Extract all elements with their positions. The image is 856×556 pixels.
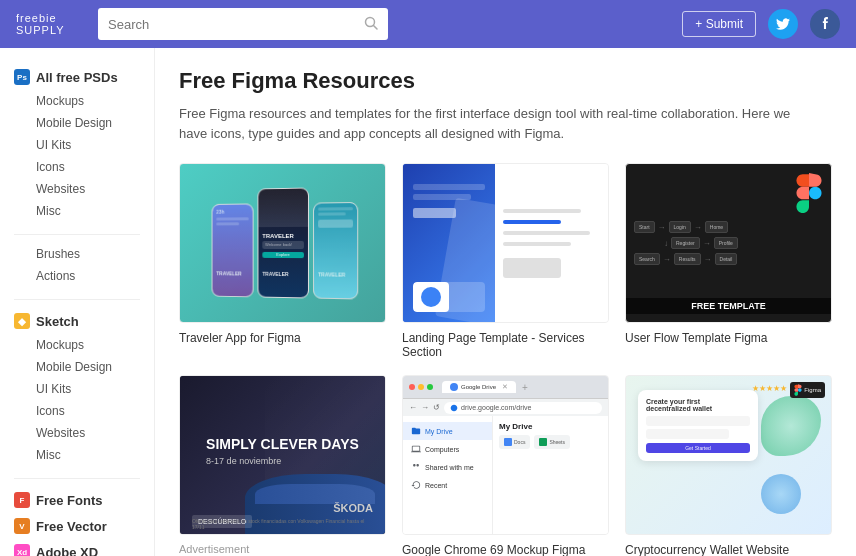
card-landing-title: Landing Page Template - Services Section bbox=[402, 331, 609, 359]
sidebar-category-fonts-label: Free Fonts bbox=[36, 493, 102, 508]
crypto-card-content: Create your firstdecentralized wallet Ge… bbox=[638, 390, 819, 461]
card-landing[interactable]: Landing Page Template - Services Section bbox=[402, 163, 609, 359]
chrome-sidebar-computers[interactable]: Computers bbox=[403, 440, 492, 458]
chrome-add-tab[interactable]: + bbox=[522, 382, 528, 393]
chrome-dot-yellow bbox=[418, 384, 424, 390]
sidebar-category-sketch[interactable]: ◆ Sketch bbox=[0, 308, 154, 334]
sidebar-section-psd: Ps All free PSDs Mockups Mobile Design U… bbox=[0, 64, 154, 222]
chrome-sidebar-shared[interactable]: Shared with me bbox=[403, 458, 492, 476]
rating-stars: ★★★★★ bbox=[752, 384, 787, 393]
twitter-button[interactable] bbox=[768, 9, 798, 39]
phone-left: 23h bbox=[211, 203, 253, 297]
phone-main: TRAVELER Welcome back! Explore bbox=[257, 187, 308, 298]
logo-line2: SUPPLY bbox=[16, 24, 86, 36]
sidebar-item-sketch-mockups[interactable]: Mockups bbox=[0, 334, 154, 356]
sidebar-category-vector-label: Free Vector bbox=[36, 519, 107, 534]
resource-grid-row2: Ad ✕ SIMPLY CLEVER DAYS 8-17 de noviembr… bbox=[179, 375, 832, 556]
sidebar-divider-2 bbox=[14, 299, 140, 300]
page-description: Free Figma resources and templates for t… bbox=[179, 104, 799, 143]
phone-mockup: 23h TRAVELER bbox=[211, 187, 358, 300]
vector-icon: V bbox=[14, 518, 30, 534]
sidebar-divider-1 bbox=[14, 234, 140, 235]
sidebar-item-actions[interactable]: Actions bbox=[0, 265, 154, 287]
chrome-dot-red bbox=[409, 384, 415, 390]
sidebar-category-psds-label: All free PSDs bbox=[36, 70, 118, 85]
sidebar-section-tools: Brushes Actions bbox=[0, 243, 154, 287]
facebook-button[interactable] bbox=[810, 9, 840, 39]
svg-line-1 bbox=[374, 25, 378, 29]
landing-left bbox=[403, 164, 495, 322]
resource-grid-row1: 23h TRAVELER bbox=[179, 163, 832, 359]
landing-inner bbox=[403, 164, 608, 322]
page-title: Free Figma Resources bbox=[179, 68, 832, 94]
landing-right bbox=[495, 164, 608, 322]
header: freebie SUPPLY + Submit bbox=[0, 0, 856, 48]
sidebar-item-sketch-uikits[interactable]: UI Kits bbox=[0, 378, 154, 400]
chrome-tab: Google Drive ✕ bbox=[442, 381, 516, 393]
sidebar-item-psd-mockups[interactable]: Mockups bbox=[0, 90, 154, 112]
card-crypto-title: Cryptocurrency Wallet Website bbox=[625, 543, 832, 556]
free-template-badge: FREE TEMPLATE bbox=[626, 298, 831, 314]
main-layout: Ps All free PSDs Mockups Mobile Design U… bbox=[0, 48, 856, 556]
chrome-url: drive.google.com/drive bbox=[461, 404, 596, 411]
sidebar-category-fonts[interactable]: F Free Fonts bbox=[0, 487, 154, 513]
sketch-icon: ◆ bbox=[14, 313, 30, 329]
xd-icon: Xd bbox=[14, 544, 30, 556]
card-traveler[interactable]: 23h TRAVELER bbox=[179, 163, 386, 359]
card-chrome-thumb: Google Drive ✕ + ← → ↺ drive.google.com bbox=[402, 375, 609, 535]
chrome-main-content: My Drive Docs Sheets bbox=[493, 416, 608, 534]
chrome-sidebar: My Drive Computers Shared with me bbox=[403, 416, 493, 534]
card-traveler-thumb: 23h TRAVELER bbox=[179, 163, 386, 323]
sidebar-category-sketch-label: Sketch bbox=[36, 314, 79, 329]
search-input[interactable] bbox=[108, 17, 356, 32]
logo-line1: freebie bbox=[16, 12, 86, 24]
ad-title: SIMPLY CLEVER DAYS bbox=[206, 436, 359, 453]
submit-button[interactable]: + Submit bbox=[682, 11, 756, 37]
chrome-sidebar-mydrive[interactable]: My Drive bbox=[403, 422, 492, 440]
sidebar: Ps All free PSDs Mockups Mobile Design U… bbox=[0, 48, 155, 556]
sidebar-category-xd-label: Adobe XD bbox=[36, 545, 98, 557]
search-bar[interactable] bbox=[98, 8, 388, 40]
ad-disclaimer: Oferta para vehículos en stock financiad… bbox=[180, 516, 385, 534]
sidebar-item-sketch-icons[interactable]: Icons bbox=[0, 400, 154, 422]
sidebar-item-sketch-websites[interactable]: Websites bbox=[0, 422, 154, 444]
chrome-sidebar-recent[interactable]: Recent bbox=[403, 476, 492, 494]
ps-icon: Ps bbox=[14, 69, 30, 85]
logo: freebie SUPPLY bbox=[16, 12, 86, 36]
phone-right bbox=[313, 202, 358, 300]
sidebar-category-psds[interactable]: Ps All free PSDs bbox=[0, 64, 154, 90]
card-crypto-thumb: Figma Create your firstdecentralized wal… bbox=[625, 375, 832, 535]
card-ad[interactable]: Ad ✕ SIMPLY CLEVER DAYS 8-17 de noviembr… bbox=[179, 375, 386, 556]
content-area: Free Figma Resources Free Figma resource… bbox=[155, 48, 856, 556]
sidebar-item-sketch-mobile[interactable]: Mobile Design bbox=[0, 356, 154, 378]
chrome-dot-green bbox=[427, 384, 433, 390]
blob-blue bbox=[761, 474, 801, 514]
card-chrome[interactable]: Google Drive ✕ + ← → ↺ drive.google.com bbox=[402, 375, 609, 556]
chrome-urlbar: ← → ↺ drive.google.com/drive bbox=[403, 398, 608, 416]
sidebar-item-sketch-misc[interactable]: Misc bbox=[0, 444, 154, 466]
search-icon bbox=[364, 16, 378, 33]
card-userflow[interactable]: Start → Login → Home ↓ Register → Profil… bbox=[625, 163, 832, 359]
sidebar-item-brushes[interactable]: Brushes bbox=[0, 243, 154, 265]
sidebar-section-sketch: ◆ Sketch Mockups Mobile Design UI Kits I… bbox=[0, 308, 154, 466]
chrome-topbar: Google Drive ✕ + bbox=[403, 376, 608, 398]
card-landing-thumb bbox=[402, 163, 609, 323]
sidebar-item-psd-icons[interactable]: Icons bbox=[0, 156, 154, 178]
sidebar-item-psd-mobile[interactable]: Mobile Design bbox=[0, 112, 154, 134]
sidebar-category-xd[interactable]: Xd Adobe XD bbox=[0, 539, 154, 556]
card-ad-thumb: Ad ✕ SIMPLY CLEVER DAYS 8-17 de noviembr… bbox=[179, 375, 386, 535]
sidebar-divider-3 bbox=[14, 478, 140, 479]
fonts-icon: F bbox=[14, 492, 30, 508]
chrome-browser: Google Drive ✕ + ← → ↺ drive.google.com bbox=[403, 376, 608, 534]
card-ad-title-text: Advertisement bbox=[179, 543, 386, 555]
sidebar-item-psd-uikits[interactable]: UI Kits bbox=[0, 134, 154, 156]
sidebar-item-psd-misc[interactable]: Misc bbox=[0, 200, 154, 222]
card-traveler-title: Traveler App for Figma bbox=[179, 331, 386, 345]
sidebar-item-psd-websites[interactable]: Websites bbox=[0, 178, 154, 200]
card-crypto[interactable]: Figma Create your firstdecentralized wal… bbox=[625, 375, 832, 556]
card-userflow-title: User Flow Template Figma bbox=[625, 331, 832, 345]
ad-date: 8-17 de noviembre bbox=[206, 456, 359, 466]
card-userflow-thumb: Start → Login → Home ↓ Register → Profil… bbox=[625, 163, 832, 323]
card-chrome-title: Google Chrome 69 Mockup Figma bbox=[402, 543, 609, 556]
sidebar-category-vector[interactable]: V Free Vector bbox=[0, 513, 154, 539]
